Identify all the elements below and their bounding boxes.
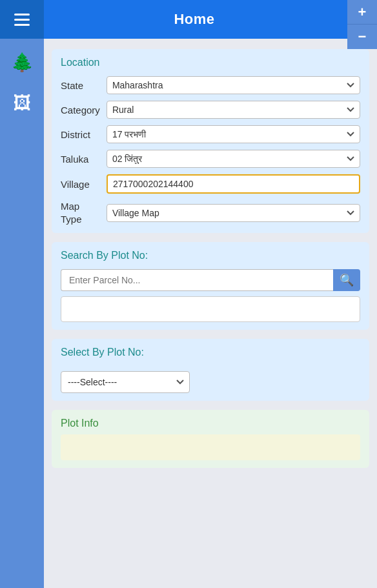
village-label: Village [61,179,100,190]
search-input[interactable] [61,269,333,291]
search-row: 🔍 [61,269,360,291]
zoom-out-button[interactable]: − [347,25,377,49]
zoom-in-button[interactable]: + [347,0,377,25]
location-panel-title: Location [61,57,360,68]
sidebar-tree-icon[interactable]: 🌲 [11,52,34,73]
taluka-label: Taluka [61,154,100,165]
district-label: District [61,129,100,140]
district-select[interactable]: 17 परभणी [107,125,360,143]
search-icon: 🔍 [340,273,354,287]
category-label: Category [61,105,100,116]
sidebar: 🌲 🖼 [0,39,44,588]
select-by-plot-panel: Select By Plot No: ----Select---- [52,339,369,401]
select-plot-dropdown[interactable]: ----Select---- [61,371,190,393]
plot-info-content [61,434,360,460]
map-type-label: MapType [61,200,100,225]
sidebar-image-icon[interactable]: 🖼 [13,92,31,114]
select-by-plot-title: Select By Plot No: [61,347,360,358]
main-content: Location State Maharashtra Category Rura… [44,39,377,478]
header: Home ◄ + − [0,0,377,39]
state-select[interactable]: Maharashtra [107,76,360,94]
category-select[interactable]: Rural Urban [107,101,360,119]
search-result-area [61,296,360,322]
zoom-controls: + − [347,0,377,49]
location-panel: Location State Maharashtra Category Rura… [52,49,369,233]
plot-info-title: Plot Info [61,418,360,429]
search-panel-title: Search By Plot No: [61,250,360,261]
location-form: State Maharashtra Category Rural Urban D… [61,76,360,225]
plot-info-panel: Plot Info [52,410,369,468]
taluka-select[interactable]: 02 जिंतुर [107,150,360,168]
map-type-select[interactable]: Village Map [107,204,360,222]
hamburger-icon [14,14,30,26]
search-panel: Search By Plot No: 🔍 [52,242,369,330]
state-label: State [61,80,100,91]
hamburger-button[interactable] [0,0,44,39]
village-input[interactable] [107,174,360,194]
header-title: Home [44,11,345,28]
search-button[interactable]: 🔍 [333,269,360,291]
